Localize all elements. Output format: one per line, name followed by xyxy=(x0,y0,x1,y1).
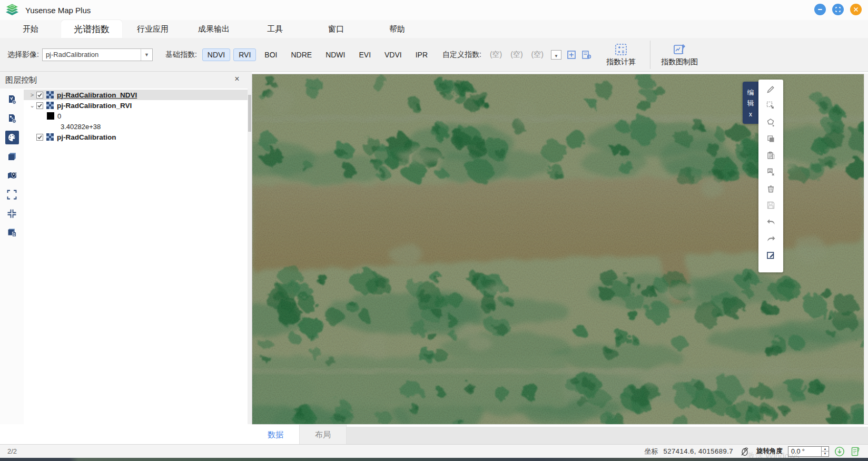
title-bar: Yusense Map Plus xyxy=(0,0,868,20)
menu-item-tools[interactable]: 工具 xyxy=(244,20,305,38)
index-plot-button[interactable]: 指数图制图 xyxy=(659,40,700,70)
undo-button[interactable] xyxy=(766,217,776,227)
index-plot-label: 指数图制图 xyxy=(661,57,698,67)
select-features-button[interactable] xyxy=(766,101,776,111)
menu-item-window[interactable]: 窗口 xyxy=(305,20,367,38)
save-edits-button[interactable] xyxy=(766,201,776,210)
full-extent-icon xyxy=(7,190,17,200)
collapse-extent-icon xyxy=(7,209,17,219)
maximize-button[interactable] xyxy=(832,4,844,15)
add-raster-icon xyxy=(7,113,17,124)
add-vector-icon xyxy=(7,94,17,105)
custom-slot-1[interactable]: (空) xyxy=(490,50,502,60)
minimize-button[interactable] xyxy=(814,4,826,15)
add-raster-button[interactable] xyxy=(5,112,19,125)
edit-attributes-button[interactable] xyxy=(766,250,776,260)
rotation-input[interactable]: 0.0 ° ▲▼ xyxy=(788,446,829,457)
index-chip-ndvi[interactable]: NDVI xyxy=(202,48,230,61)
tab-strip-filler xyxy=(347,427,868,444)
menu-item-output[interactable]: 成果输出 xyxy=(183,20,244,38)
check-icon xyxy=(37,103,43,109)
menu-item-spectral-index[interactable]: 光谱指数 xyxy=(61,20,122,38)
panel-footer-area xyxy=(0,424,252,444)
index-chip-vdvi[interactable]: VDVI xyxy=(379,48,407,61)
layer-row-ndvi[interactable]: > pj-RadCalibration_NDVI xyxy=(24,90,248,100)
snap-mouse-icon[interactable] xyxy=(741,447,749,456)
spin-up-icon[interactable]: ▲ xyxy=(822,447,828,452)
layer-tools-sidebar xyxy=(0,89,24,444)
add-custom-index-button[interactable] xyxy=(567,50,576,60)
layer-name[interactable]: pj-RadCalibration xyxy=(57,133,116,141)
layer-name[interactable]: pj-RadCalibration_NDVI xyxy=(57,91,137,99)
app-title: Yusense Map Plus xyxy=(25,6,91,15)
custom-slot-3[interactable]: (空) xyxy=(531,50,544,60)
index-chip-ndre[interactable]: NDRE xyxy=(285,48,317,61)
manage-custom-index-button[interactable] xyxy=(581,50,592,60)
layer-checkbox[interactable] xyxy=(36,102,43,109)
redo-button[interactable] xyxy=(766,234,776,243)
symbology-button[interactable] xyxy=(5,131,19,144)
custom-slot-2[interactable]: (空) xyxy=(510,50,522,60)
download-status-icon[interactable] xyxy=(834,446,845,457)
remove-layer-button[interactable] xyxy=(5,225,19,239)
layer-panel-title: 图层控制 xyxy=(5,75,37,85)
delete-button[interactable] xyxy=(766,184,776,193)
document-x-icon xyxy=(766,168,775,176)
index-chip-ndwi[interactable]: NDWI xyxy=(320,48,350,61)
image-select-dropdown[interactable]: pj-RadCalibration ▼ xyxy=(42,48,153,61)
spin-down-icon[interactable]: ▼ xyxy=(822,452,828,456)
raster-layer-icon xyxy=(46,133,54,141)
layer-row-radcalibration[interactable]: pj-RadCalibration xyxy=(24,132,248,142)
index-chip-ipr[interactable]: IPR xyxy=(410,48,433,61)
redo-arrow-icon xyxy=(766,234,776,243)
copy-button[interactable] xyxy=(766,134,776,144)
legend-max-value: 3.40282e+38 xyxy=(61,123,101,131)
menu-item-help[interactable]: 帮助 xyxy=(367,20,428,38)
layer-row-rvi[interactable]: ⌄ pj-RadCalibration_RVI xyxy=(24,100,248,111)
custom-index-label: 自定义指数: xyxy=(442,50,481,60)
layer-checkbox[interactable] xyxy=(36,92,43,99)
panel-scrollbar[interactable] xyxy=(248,89,252,444)
trash-icon xyxy=(766,184,775,193)
app-logo-icon xyxy=(4,2,20,18)
index-chip-boi[interactable]: BOI xyxy=(259,48,282,61)
menu-item-industry[interactable]: 行业应用 xyxy=(122,20,183,38)
calculator-icon xyxy=(614,43,628,56)
paste-button[interactable] xyxy=(766,151,776,160)
tab-data[interactable]: 数据 xyxy=(252,425,299,445)
copy-icon xyxy=(766,134,775,143)
add-vector-button[interactable] xyxy=(5,93,19,106)
index-calc-button[interactable]: 指数计算 xyxy=(600,40,642,70)
tab-layout[interactable]: 布局 xyxy=(299,425,347,445)
bookmark-location-button[interactable] xyxy=(5,169,19,182)
maximize-icon xyxy=(835,7,841,12)
index-chip-evi[interactable]: EVI xyxy=(353,48,376,61)
index-calc-label: 指数计算 xyxy=(606,57,636,67)
expand-arrow-icon[interactable]: > xyxy=(28,92,36,98)
edit-panel-tab[interactable]: 编 辑 x xyxy=(743,82,758,124)
raster-layer-icon xyxy=(46,91,54,99)
custom-index-dropdown[interactable]: ▼ xyxy=(551,50,561,60)
layer-checkbox[interactable] xyxy=(36,134,43,141)
layer-name[interactable]: pj-RadCalibration_RVI xyxy=(57,102,132,110)
edit-tab-label: 辑 xyxy=(747,99,754,108)
full-extent-button[interactable] xyxy=(5,188,19,201)
edit-sketch-button[interactable] xyxy=(766,84,776,94)
close-button[interactable] xyxy=(850,4,862,15)
base-index-label: 基础指数: xyxy=(165,50,197,60)
delete-record-button[interactable] xyxy=(766,168,776,177)
create-feature-button[interactable] xyxy=(766,117,776,127)
layer-panel-close-button[interactable]: × xyxy=(232,74,242,84)
log-notes-icon[interactable] xyxy=(850,446,861,457)
menu-item-start[interactable]: 开始 xyxy=(0,20,61,38)
layer-delete-icon xyxy=(7,227,17,238)
layers-button[interactable] xyxy=(5,150,19,163)
rotation-spinner[interactable]: ▲▼ xyxy=(821,447,828,456)
coordinate-label: 坐标 xyxy=(645,447,658,456)
collapse-arrow-icon[interactable]: ⌄ xyxy=(28,102,36,109)
save-icon xyxy=(766,201,775,210)
map-scrollbar[interactable] xyxy=(864,74,868,424)
index-chip-rvi[interactable]: RVI xyxy=(233,48,256,61)
collapse-extent-button[interactable] xyxy=(5,207,19,220)
edit-tab-close[interactable]: x xyxy=(749,111,752,118)
